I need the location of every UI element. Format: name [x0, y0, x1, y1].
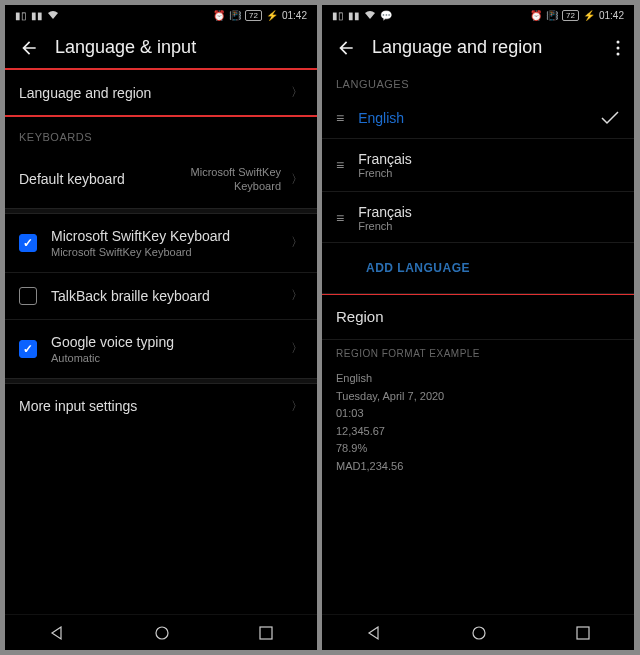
language-name: English: [358, 110, 584, 126]
chevron-right-icon: 〉: [291, 234, 303, 251]
example-time: 01:03: [336, 405, 620, 423]
svg-point-0: [156, 627, 168, 639]
drag-handle-icon[interactable]: ≡: [336, 210, 342, 226]
language-item-francais-1[interactable]: ≡ Français French: [322, 138, 634, 191]
region-row[interactable]: Region: [322, 293, 634, 339]
battery-badge: 72: [562, 10, 579, 21]
vibrate-icon: 📳: [229, 10, 241, 21]
status-bar: ▮▯ ▮▮ 💬 ⏰ 📳 72 ⚡ 01:42: [322, 5, 634, 25]
svg-point-4: [617, 52, 620, 55]
alarm-icon: ⏰: [530, 10, 542, 21]
nav-home-icon[interactable]: [154, 625, 170, 641]
row-title: Language and region: [19, 85, 287, 101]
row-title: More input settings: [19, 398, 287, 414]
nav-recent-icon[interactable]: [259, 626, 273, 640]
status-icons-left: ▮▯ ▮▮: [15, 10, 59, 21]
example-number: 12,345.67: [336, 423, 620, 441]
language-item-francais-2[interactable]: ≡ Français French: [322, 191, 634, 244]
language-region-row[interactable]: Language and region 〉: [5, 68, 317, 117]
region-example-label: REGION FORMAT EXAMPLE: [336, 346, 620, 362]
more-input-row[interactable]: More input settings 〉: [5, 384, 317, 429]
header: Language & input: [5, 25, 317, 70]
example-date: Tuesday, April 7, 2020: [336, 388, 620, 406]
row-subtitle: Microsoft SwiftKey Keyboard: [51, 246, 287, 258]
back-icon[interactable]: [336, 38, 356, 58]
screenshot-left: ▮▯ ▮▮ ⏰ 📳 72 ⚡ 01:42 Language & input La…: [5, 5, 317, 650]
nav-recent-icon[interactable]: [576, 626, 590, 640]
language-item-english[interactable]: ≡ English: [322, 98, 634, 138]
language-sub: French: [358, 220, 620, 232]
row-title: Microsoft SwiftKey Keyboard: [51, 228, 287, 244]
row-value: Microsoft SwiftKey: [191, 165, 281, 179]
checkbox[interactable]: [19, 287, 37, 305]
nav-home-icon[interactable]: [471, 625, 487, 641]
svg-point-3: [617, 46, 620, 49]
section-label-languages: LANGUAGES: [322, 70, 634, 98]
wifi-icon: [47, 10, 59, 20]
nav-back-icon[interactable]: [49, 625, 65, 641]
row-title: Default keyboard: [19, 171, 191, 187]
example-currency: MAD1,234.56: [336, 458, 620, 476]
keyboard-talkback-row[interactable]: TalkBack braille keyboard 〉: [5, 272, 317, 319]
clock-text: 01:42: [599, 10, 624, 21]
nav-bar: [5, 614, 317, 650]
row-subtitle: Automatic: [51, 352, 287, 364]
more-icon[interactable]: [616, 40, 620, 56]
status-bar: ▮▯ ▮▮ ⏰ 📳 72 ⚡ 01:42: [5, 5, 317, 25]
header: Language and region: [322, 25, 634, 70]
wifi-icon: [364, 10, 376, 20]
bolt-icon: ⚡: [266, 10, 278, 21]
signal-icon: ▮▯: [332, 10, 344, 21]
section-label-keyboards: KEYBOARDS: [5, 115, 317, 151]
row-title: Google voice typing: [51, 334, 287, 350]
drag-handle-icon[interactable]: ≡: [336, 110, 342, 126]
keyboard-swiftkey-row[interactable]: Microsoft SwiftKey Keyboard Microsoft Sw…: [5, 214, 317, 272]
checkbox[interactable]: [19, 340, 37, 358]
chevron-right-icon: 〉: [291, 84, 303, 101]
svg-rect-6: [577, 627, 589, 639]
alarm-icon: ⏰: [213, 10, 225, 21]
signal-icon: ▮▮: [348, 10, 360, 21]
svg-point-2: [617, 40, 620, 43]
row-value: Keyboard: [191, 179, 281, 193]
page-title: Language and region: [372, 37, 542, 58]
default-keyboard-row[interactable]: Default keyboard Microsoft SwiftKey Keyb…: [5, 151, 317, 208]
language-name: Français: [358, 204, 620, 220]
signal-icon: ▮▯: [15, 10, 27, 21]
checkbox[interactable]: [19, 234, 37, 252]
chevron-right-icon: 〉: [291, 340, 303, 357]
status-icons-left: ▮▯ ▮▮ 💬: [332, 10, 392, 21]
back-icon[interactable]: [19, 38, 39, 58]
region-format-example: REGION FORMAT EXAMPLE English Tuesday, A…: [322, 340, 634, 490]
keyboard-voice-row[interactable]: Google voice typing Automatic 〉: [5, 319, 317, 378]
svg-rect-1: [260, 627, 272, 639]
chevron-right-icon: 〉: [291, 287, 303, 304]
page-title: Language & input: [55, 37, 196, 58]
battery-badge: 72: [245, 10, 262, 21]
nav-bar: [322, 614, 634, 650]
chevron-right-icon: 〉: [291, 398, 303, 415]
add-language-button[interactable]: ADD LANGUAGE: [322, 242, 634, 295]
language-name: Français: [358, 151, 620, 167]
example-lang: English: [336, 370, 620, 388]
svg-point-5: [473, 627, 485, 639]
bolt-icon: ⚡: [583, 10, 595, 21]
check-icon: [600, 110, 620, 126]
status-icons-right: ⏰ 📳 72 ⚡ 01:42: [213, 10, 307, 21]
nav-back-icon[interactable]: [366, 625, 382, 641]
status-icons-right: ⏰ 📳 72 ⚡ 01:42: [530, 10, 624, 21]
language-sub: French: [358, 167, 620, 179]
chevron-right-icon: 〉: [291, 171, 303, 188]
row-title: TalkBack braille keyboard: [51, 288, 287, 304]
vibrate-icon: 📳: [546, 10, 558, 21]
clock-text: 01:42: [282, 10, 307, 21]
messenger-icon: 💬: [380, 10, 392, 21]
example-percent: 78.9%: [336, 440, 620, 458]
signal-icon: ▮▮: [31, 10, 43, 21]
drag-handle-icon[interactable]: ≡: [336, 157, 342, 173]
screenshot-right: ▮▯ ▮▮ 💬 ⏰ 📳 72 ⚡ 01:42 Language and regi…: [322, 5, 634, 650]
